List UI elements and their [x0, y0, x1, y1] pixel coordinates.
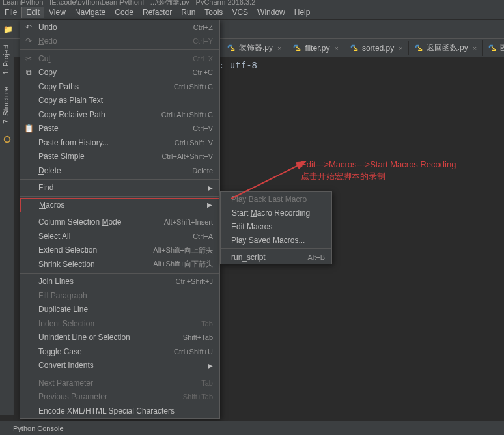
edit-item-toggle-case[interactable]: Toggle CaseCtrl+Shift+U: [20, 344, 219, 359]
edit-item-encode-xml-html-special-characters[interactable]: Encode XML/HTML Special Characters: [20, 404, 219, 418]
tab-2[interactable]: sorted.py×: [344, 41, 409, 55]
window-title: LearnPython - [E:\code\python\LearnPytho…: [0, 0, 504, 5]
edit-item-join-lines[interactable]: Join LinesCtrl+Shift+J: [20, 275, 219, 289]
tab-label: sorted.py: [362, 44, 394, 53]
open-icon[interactable]: 📁: [3, 24, 13, 35]
edit-item-next-parameter: Next ParameterTab: [20, 376, 219, 390]
edit-item-find[interactable]: Find▶: [20, 181, 219, 195]
edit-item-select-all[interactable]: Select AllCtrl+A: [20, 229, 219, 244]
sync-icon[interactable]: [3, 135, 12, 144]
edit-item-paste-from-history-[interactable]: Paste from History...Ctrl+Shift+V: [20, 135, 219, 150]
annotation-line1: Edit--->Macros--->Start Macros Recoding: [301, 159, 456, 171]
edit-item-redo: ↷RedoCtrl+Y: [20, 35, 219, 49]
shortcut: Ctrl+Z: [193, 23, 213, 31]
edit-item-fill-paragraph: Fill Paragraph: [20, 288, 219, 303]
menu-navigate[interactable]: Navigate: [70, 7, 110, 18]
edit-item-paste-simple[interactable]: Paste SimpleCtrl+Alt+Shift+V: [20, 150, 219, 164]
edit-item-delete[interactable]: DeleteDelete: [20, 163, 219, 178]
menu-label: Convert Indents: [38, 361, 94, 370]
edit-item-indent-selection: Indent SelectionTab: [20, 316, 219, 331]
close-icon[interactable]: ×: [277, 44, 281, 52]
shortcut: Alt+Shift+向下箭头: [153, 259, 213, 269]
macros-item-start-macro-recording[interactable]: Start Macro Recording: [221, 206, 331, 219]
menu-label: Toggle Case: [38, 347, 82, 356]
shortcut: Ctrl+Y: [193, 37, 213, 45]
edit-item-copy-as-plain-text[interactable]: Copy as Plain Text: [20, 94, 219, 108]
menu-label: Copy as Plain Text: [38, 96, 103, 105]
tab-0[interactable]: 装饰器.py×: [221, 40, 287, 56]
paste-icon: 📋: [24, 124, 33, 133]
menu-code[interactable]: Code: [110, 7, 138, 18]
annotation-line2: 点击开始宏脚本的录制: [301, 171, 456, 182]
python-console-button[interactable]: Python Console: [13, 425, 64, 432]
tab-3[interactable]: 返回函数.py×: [409, 40, 483, 56]
menu-window[interactable]: Window: [253, 7, 290, 18]
edit-item-paste[interactable]: 📋PasteCtrl+V: [20, 122, 219, 136]
edit-item-copy-relative-path[interactable]: Copy Relative PathCtrl+Alt+Shift+C: [20, 107, 219, 122]
edit-item-shrink-selection[interactable]: Shrink SelectionAlt+Shift+向下箭头: [20, 257, 219, 272]
shortcut: Tab: [201, 320, 213, 328]
menu-vcs[interactable]: VCS: [227, 7, 253, 18]
shortcut: Ctrl+V: [193, 124, 213, 132]
close-icon[interactable]: ×: [473, 44, 477, 52]
tab-1[interactable]: filter.py×: [287, 41, 344, 55]
edit-item-undo[interactable]: ↶UndoCtrl+Z: [20, 20, 219, 35]
shortcut: Shift+Tab: [183, 333, 213, 341]
menu-label: Select All: [38, 232, 70, 241]
structure-tool[interactable]: 7: Structure: [2, 87, 10, 124]
separator: [20, 214, 219, 214]
edit-item-duplicate-line[interactable]: Duplicate Line: [20, 303, 219, 317]
edit-item-macros[interactable]: Macros▶: [20, 198, 219, 212]
shortcut: Ctrl+Shift+C: [174, 83, 213, 91]
menu-label: Paste from History...: [38, 138, 109, 147]
submenu-arrow-icon: ▶: [207, 201, 212, 208]
menu-edit[interactable]: Edit: [21, 7, 44, 18]
menu-label: Shrink Selection: [38, 260, 95, 269]
submenu-label: run_script: [231, 253, 266, 262]
submenu-label: Start Macro Recording: [232, 208, 310, 218]
shortcut: Ctrl+Shift+J: [176, 277, 213, 285]
menu-label: Paste: [38, 124, 59, 133]
menu-label: Fill Paragraph: [38, 291, 87, 300]
edit-item-unindent-line-or-selection[interactable]: Unindent Line or SelectionShift+Tab: [20, 331, 219, 345]
edit-item-copy[interactable]: ⧉CopyCtrl+C: [20, 66, 219, 80]
edit-item-convert-indents[interactable]: Convert Indents▶: [20, 359, 219, 373]
close-icon[interactable]: ×: [399, 44, 402, 52]
redo-icon: ↷: [24, 36, 33, 46]
separator: [221, 248, 331, 249]
left-gutter: 1: Project 7: Structure: [0, 39, 14, 415]
shortcut: Ctrl+X: [193, 55, 213, 63]
project-tool[interactable]: 1: Project: [2, 44, 10, 74]
menu-label: Column Selection Mode: [38, 218, 121, 227]
status-bar: Python Console: [0, 421, 504, 435]
shortcut: Ctrl+Shift+U: [174, 348, 213, 356]
menu-help[interactable]: Help: [290, 7, 315, 18]
menu-tools[interactable]: Tools: [200, 7, 227, 18]
menu-label: Cut: [38, 54, 51, 63]
menu-label: Duplicate Line: [38, 305, 88, 314]
edit-item-copy-paths[interactable]: Copy PathsCtrl+Shift+C: [20, 79, 219, 94]
edit-item-extend-selection[interactable]: Extend SelectionAlt+Shift+向上箭头: [20, 244, 219, 258]
menu-label: Copy: [38, 68, 57, 77]
menu-file[interactable]: File: [0, 7, 21, 18]
shortcut: Ctrl+Alt+Shift+C: [161, 111, 213, 119]
menu-label: Delete: [38, 166, 61, 175]
macros-item-edit-macros[interactable]: Edit Macros: [221, 219, 331, 233]
shortcut: Alt+Shift+Insert: [164, 218, 213, 226]
shortcut: Ctrl+Shift+V: [175, 139, 213, 147]
svg-point-0: [5, 137, 10, 143]
close-icon[interactable]: ×: [334, 44, 338, 52]
menu-view[interactable]: View: [44, 7, 70, 18]
menu-refactor[interactable]: Refactor: [138, 7, 176, 18]
submenu-arrow-icon: ▶: [208, 184, 213, 191]
cut-icon: ✂: [24, 54, 33, 63]
macros-item-play-saved-macros-[interactable]: Play Saved Macros...: [221, 233, 331, 247]
separator: [20, 374, 219, 374]
menu-label: Extend Selection: [38, 246, 97, 255]
tab-4[interactable]: 匿×: [483, 40, 504, 56]
annotation-text: Edit--->Macros--->Start Macros Recoding …: [301, 159, 456, 182]
macros-item-run-script[interactable]: run_scriptAlt+B: [221, 250, 331, 264]
edit-item-column-selection-mode[interactable]: Column Selection ModeAlt+Shift+Insert: [20, 216, 219, 230]
menu-label: Encode XML/HTML Special Characters: [38, 406, 175, 415]
menu-run[interactable]: Run: [176, 7, 200, 18]
